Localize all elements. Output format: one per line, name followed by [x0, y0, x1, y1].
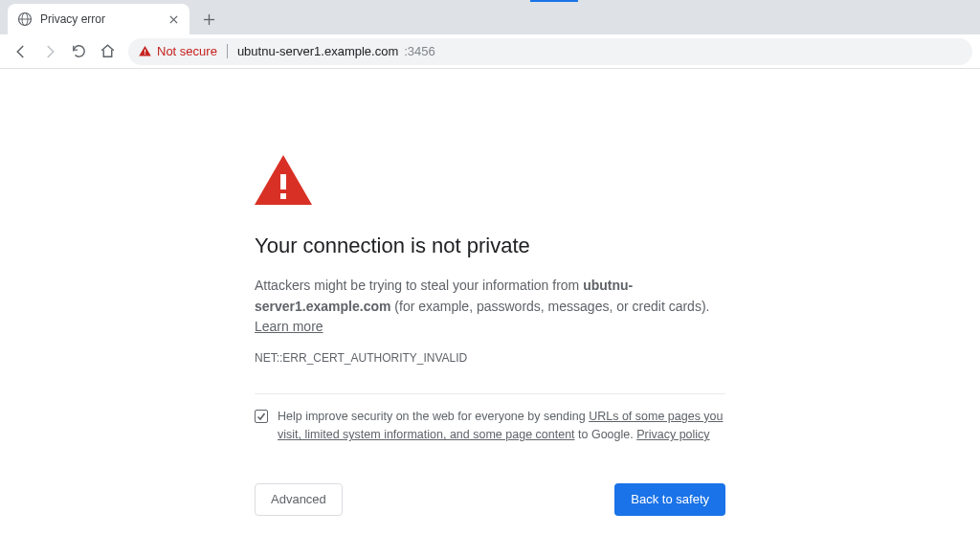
tab-title: Privacy error	[40, 12, 167, 26]
learn-more-link[interactable]: Learn more	[255, 319, 323, 334]
opt-in-text: Help improve security on the web for eve…	[278, 408, 725, 445]
url-host: ubutnu-server1.example.com	[237, 44, 398, 58]
interstitial-panel: Your connection is not private Attackers…	[255, 155, 725, 516]
tab-strip: Privacy error	[0, 0, 980, 34]
svg-rect-7	[145, 50, 145, 53]
browser-tab[interactable]: Privacy error	[8, 4, 189, 34]
back-button[interactable]	[8, 38, 34, 65]
page-title: Your connection is not private	[255, 234, 725, 258]
home-button[interactable]	[94, 38, 121, 65]
svg-rect-9	[280, 174, 286, 189]
warning-triangle-icon	[255, 155, 725, 209]
error-code: NET::ERR_CERT_AUTHORITY_INVALID	[255, 351, 725, 365]
button-row: Advanced Back to safety	[255, 483, 725, 516]
privacy-policy-link[interactable]: Privacy policy	[636, 428, 709, 441]
warning-triangle-icon	[138, 44, 152, 58]
back-to-safety-button[interactable]: Back to safety	[614, 483, 725, 516]
security-label: Not secure	[157, 44, 217, 58]
reload-button[interactable]	[65, 38, 92, 65]
separator	[227, 44, 228, 58]
address-bar[interactable]: Not secure ubutnu-server1.example.com:34…	[128, 38, 972, 65]
opt-in-checkbox[interactable]	[255, 410, 268, 423]
warning-description: Attackers might be trying to steal your …	[255, 276, 725, 338]
forward-button[interactable]	[36, 38, 63, 65]
svg-rect-8	[145, 54, 145, 55]
new-tab-button[interactable]	[195, 6, 222, 33]
advanced-button[interactable]: Advanced	[255, 483, 343, 516]
window-accent	[530, 0, 578, 2]
close-icon[interactable]	[167, 12, 180, 26]
security-status[interactable]: Not secure	[138, 44, 217, 58]
globe-icon	[17, 11, 33, 27]
svg-rect-10	[280, 193, 286, 199]
check-icon	[256, 412, 266, 421]
page-content: Your connection is not private Attackers…	[0, 69, 980, 516]
browser-toolbar: Not secure ubutnu-server1.example.com:34…	[0, 34, 980, 69]
url-port: :3456	[404, 44, 435, 58]
opt-in-row: Help improve security on the web for eve…	[255, 393, 725, 445]
